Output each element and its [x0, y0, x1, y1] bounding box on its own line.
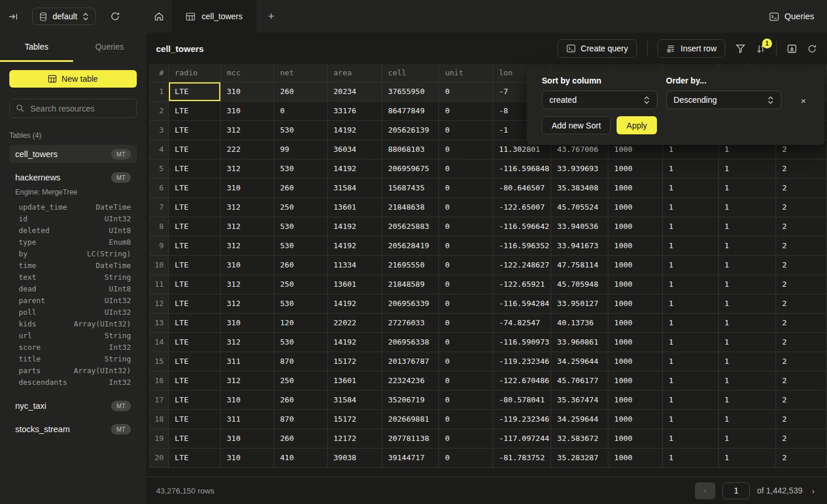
- table-cell[interactable]: LTE: [169, 120, 221, 140]
- table-cell[interactable]: 1: [663, 409, 718, 429]
- row-number[interactable]: 5: [149, 159, 169, 178]
- table-cell[interactable]: 1000: [608, 371, 662, 390]
- table-cell[interactable]: 0: [439, 429, 493, 448]
- tab-cell-towers[interactable]: cell_towers: [172, 0, 257, 33]
- row-number[interactable]: 17: [149, 390, 169, 409]
- table-cell[interactable]: 260: [274, 82, 327, 101]
- row-number[interactable]: 18: [149, 409, 169, 429]
- table-cell[interactable]: 1: [663, 217, 718, 236]
- table-cell[interactable]: 47.758114: [551, 255, 608, 274]
- table-cell[interactable]: 870: [274, 409, 327, 429]
- table-cell[interactable]: 2: [776, 313, 827, 332]
- table-cell[interactable]: 1000: [608, 217, 662, 236]
- table-cell[interactable]: -122.670486: [493, 371, 551, 390]
- table-cell[interactable]: 530: [274, 236, 327, 255]
- table-cell[interactable]: 21848589: [382, 274, 439, 294]
- table-cell[interactable]: 312: [221, 197, 274, 217]
- table-cell[interactable]: -122.248627: [493, 255, 551, 274]
- table-cell[interactable]: 1: [718, 332, 776, 352]
- add-new-sort-button[interactable]: Add new Sort: [542, 116, 611, 134]
- table-cell[interactable]: 260: [274, 429, 327, 448]
- table-cell[interactable]: 206959675: [382, 159, 439, 178]
- home-button[interactable]: [146, 0, 172, 33]
- table-cell[interactable]: 1: [718, 236, 776, 255]
- table-cell[interactable]: 310: [221, 178, 274, 197]
- table-cell[interactable]: 40.13736: [551, 313, 608, 332]
- table-cell[interactable]: 222: [221, 140, 274, 159]
- row-number[interactable]: 16: [149, 371, 169, 390]
- search-box[interactable]: [9, 99, 137, 118]
- table-cell[interactable]: 33.939693: [551, 159, 608, 178]
- column-header-cell[interactable]: cell: [382, 64, 439, 82]
- sort-column-select[interactable]: created: [542, 91, 658, 109]
- table-cell[interactable]: 1: [663, 178, 718, 197]
- table-cell[interactable]: 206956338: [382, 332, 439, 352]
- sort-button[interactable]: 1: [756, 44, 766, 54]
- table-cell[interactable]: 870: [274, 352, 327, 371]
- table-cell[interactable]: 33.960861: [551, 332, 608, 352]
- table-cell[interactable]: 312: [221, 332, 274, 352]
- row-number[interactable]: 9: [149, 236, 169, 255]
- table-cell[interactable]: 1000: [608, 255, 662, 274]
- table-cell[interactable]: 2: [776, 236, 827, 255]
- refresh-table-button[interactable]: [807, 44, 817, 54]
- table-cell[interactable]: 1: [663, 236, 718, 255]
- row-number[interactable]: 14: [149, 332, 169, 352]
- table-cell[interactable]: 1: [718, 448, 776, 467]
- new-table-button[interactable]: New table: [9, 70, 137, 88]
- table-cell[interactable]: 88068103: [382, 140, 439, 159]
- table-cell[interactable]: 1: [663, 390, 718, 409]
- table-cell[interactable]: LTE: [169, 313, 221, 332]
- table-cell[interactable]: 0: [439, 197, 493, 217]
- table-cell[interactable]: 45.705524: [551, 197, 608, 217]
- table-cell[interactable]: 33.941673: [551, 236, 608, 255]
- table-cell[interactable]: 1000: [608, 159, 662, 178]
- sidebar-item-nyc-taxi[interactable]: nyc_taxi MT: [9, 397, 137, 415]
- table-cell[interactable]: LTE: [169, 255, 221, 274]
- table-cell[interactable]: 311: [221, 352, 274, 371]
- table-cell[interactable]: LTE: [169, 217, 221, 236]
- table-cell[interactable]: 1000: [608, 429, 662, 448]
- table-cell[interactable]: 1: [663, 274, 718, 294]
- table-cell[interactable]: 410: [274, 448, 327, 467]
- table-cell[interactable]: 1: [718, 313, 776, 332]
- table-cell[interactable]: 1: [663, 294, 718, 313]
- table-cell[interactable]: LTE: [169, 82, 221, 101]
- table-cell[interactable]: 0: [439, 409, 493, 429]
- table-cell[interactable]: 2: [776, 255, 827, 274]
- table-cell[interactable]: 205626139: [382, 120, 439, 140]
- row-number[interactable]: 20: [149, 448, 169, 467]
- table-cell[interactable]: 1: [663, 371, 718, 390]
- table-cell[interactable]: 0: [439, 448, 493, 467]
- table-cell[interactable]: 310: [221, 429, 274, 448]
- table-cell[interactable]: 1000: [608, 313, 662, 332]
- refresh-icon[interactable]: [110, 11, 120, 22]
- table-cell[interactable]: -80.578041: [493, 390, 551, 409]
- table-cell[interactable]: 0: [439, 120, 493, 140]
- table-cell[interactable]: 1: [663, 159, 718, 178]
- queries-button[interactable]: Queries: [769, 0, 814, 33]
- table-cell[interactable]: 15172: [327, 409, 382, 429]
- table-cell[interactable]: 1: [718, 409, 776, 429]
- sidebar-tab-tables[interactable]: Tables: [0, 33, 73, 62]
- table-cell[interactable]: -116.596352: [493, 236, 551, 255]
- table-cell[interactable]: 250: [274, 371, 327, 390]
- table-cell[interactable]: 0: [439, 178, 493, 197]
- table-cell[interactable]: 1: [663, 332, 718, 352]
- table-cell[interactable]: 202669881: [382, 409, 439, 429]
- table-cell[interactable]: 1: [663, 448, 718, 467]
- table-cell[interactable]: 2: [776, 274, 827, 294]
- sidebar-item-hackernews[interactable]: hackernews MT: [9, 168, 137, 186]
- table-cell[interactable]: 13601: [327, 274, 382, 294]
- table-cell[interactable]: LTE: [169, 236, 221, 255]
- table-cell[interactable]: 27276033: [382, 313, 439, 332]
- table-cell[interactable]: 39144717: [382, 448, 439, 467]
- table-cell[interactable]: 1000: [608, 294, 662, 313]
- column-header-mcc[interactable]: mcc: [221, 64, 274, 82]
- table-cell[interactable]: 32.583672: [551, 429, 608, 448]
- table-cell[interactable]: 2: [776, 217, 827, 236]
- next-page-button[interactable]: ›: [809, 486, 817, 496]
- row-number[interactable]: 6: [149, 178, 169, 197]
- table-cell[interactable]: 310: [221, 101, 274, 120]
- apply-sort-button[interactable]: Apply: [617, 116, 657, 134]
